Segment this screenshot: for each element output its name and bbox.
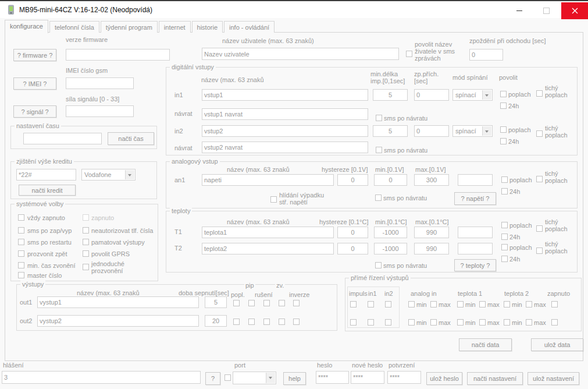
out1-ruseni-checkbox[interactable] [263, 300, 270, 306]
maximize-button[interactable] [533, 2, 560, 19]
in1-sms-return-checkbox[interactable] [376, 115, 382, 121]
always-on-checkbox[interactable] [18, 214, 24, 221]
tab-telefonni-cisla[interactable]: telefonní čísla [49, 21, 99, 33]
t1-poplach-checkbox[interactable] [501, 222, 508, 228]
t1-tichy-poplach-checkbox[interactable] [536, 225, 543, 232]
imei-input[interactable] [66, 77, 134, 89]
t2-poplach-checkbox[interactable] [501, 244, 508, 250]
tab-historie[interactable]: historie [192, 21, 223, 33]
t1-hyst-input[interactable] [337, 227, 368, 238]
direct1-t2-max-checkbox[interactable] [526, 301, 532, 307]
direct1-in2-checkbox[interactable] [385, 301, 391, 307]
out1-name-input[interactable] [37, 296, 199, 308]
firmware-version-input[interactable] [66, 49, 170, 61]
t2-max-input[interactable] [414, 243, 449, 254]
signal-input[interactable] [66, 105, 134, 117]
enable-name-in-sms-checkbox[interactable] [406, 51, 412, 57]
in2-name-input[interactable] [202, 125, 368, 137]
enabled-checkbox[interactable] [83, 214, 89, 221]
an1-24h-checkbox[interactable] [501, 188, 508, 194]
port-checkbox[interactable] [224, 374, 231, 381]
an1-poplach-checkbox[interactable] [501, 176, 508, 183]
an1-tichy-poplach-checkbox[interactable] [536, 176, 543, 182]
save-data-button[interactable]: ulož data [531, 338, 583, 351]
load-data-button[interactable]: načti data [459, 338, 512, 351]
direct1-t1-max-checkbox[interactable] [479, 301, 486, 307]
t2-tichy-poplach-checkbox[interactable] [536, 247, 543, 254]
in1-poplach-checkbox[interactable] [500, 91, 507, 97]
direct2-t2-max-checkbox[interactable] [526, 319, 532, 326]
out1-popl-checkbox[interactable] [233, 300, 240, 306]
confirm-password-input[interactable] [387, 371, 421, 384]
in1-return-name-input[interactable] [202, 108, 368, 120]
user-name-input[interactable] [202, 48, 399, 60]
out1-inverze-checkbox[interactable] [293, 300, 300, 306]
t2-extra-input[interactable] [458, 243, 493, 254]
direct2-in1-checkbox[interactable] [368, 319, 374, 326]
out2-ruseni-checkbox[interactable] [263, 319, 270, 325]
load-time-button[interactable]: načti čas [108, 132, 154, 145]
out2-time-input[interactable] [205, 315, 227, 327]
out2-zv-checkbox[interactable] [279, 319, 285, 325]
direct2-analog-min-checkbox[interactable] [408, 319, 415, 326]
sms-on-off-checkbox[interactable] [18, 227, 24, 234]
close-button[interactable] [561, 2, 588, 19]
enable-gprs-checkbox[interactable] [83, 250, 89, 257]
out1-time-input[interactable] [205, 296, 227, 308]
query-imei-button[interactable]: ? IMEI ? [13, 77, 56, 90]
direct2-analog-max-checkbox[interactable] [430, 319, 437, 326]
query-signal-button[interactable]: ? signál ? [13, 105, 56, 118]
direct2-impuls-checkbox[interactable] [350, 319, 357, 326]
t2-24h-checkbox[interactable] [501, 256, 508, 262]
an1-extra-input[interactable] [458, 174, 493, 186]
chevron-down-icon[interactable] [266, 373, 275, 383]
ac-fail-checkbox[interactable] [270, 196, 277, 203]
in2-24h-checkbox[interactable] [500, 138, 507, 144]
in2-poplach-checkbox[interactable] [500, 126, 507, 133]
query-firmware-button[interactable]: ? firmware ? [13, 49, 56, 61]
direct1-analog-min-checkbox[interactable] [408, 301, 415, 307]
in1-24h-checkbox[interactable] [500, 102, 507, 109]
in1-delay-input[interactable] [414, 89, 449, 101]
t2-min-input[interactable] [374, 243, 407, 254]
master-number-checkbox[interactable] [18, 272, 24, 278]
direct1-zapnuto-checkbox[interactable] [551, 301, 558, 307]
t2-name-input[interactable] [202, 243, 334, 254]
chevron-down-icon[interactable] [482, 90, 491, 100]
t2-hyst-input[interactable] [337, 243, 368, 254]
tab-info-ovladani[interactable]: info - ovládání [224, 21, 275, 33]
in2-delay-input[interactable] [414, 125, 449, 137]
in2-return-name-input[interactable] [202, 142, 368, 153]
unauthorize-numbers-checkbox[interactable] [83, 227, 89, 234]
t1-extra-input[interactable] [458, 227, 493, 238]
direct1-in1-checkbox[interactable] [368, 301, 374, 307]
query-voltage-button[interactable]: ? napětí ? [454, 192, 496, 205]
direct2-t1-min-checkbox[interactable] [457, 319, 464, 326]
save-password-button[interactable]: ulož heslo [426, 372, 462, 385]
time-input[interactable] [23, 133, 102, 144]
credit-code-input[interactable] [16, 169, 76, 181]
in1-name-input[interactable] [202, 89, 368, 101]
ring-back-checkbox[interactable] [18, 250, 24, 257]
an1-hyst-input[interactable] [337, 174, 368, 186]
direct1-t1-min-checkbox[interactable] [457, 301, 464, 307]
in1-minlen-input[interactable] [373, 89, 408, 101]
tab-konfigurace[interactable]: konfigurace [5, 20, 48, 33]
an1-max-input[interactable] [414, 174, 449, 186]
temp-sms-return-checkbox[interactable] [375, 262, 382, 268]
out2-name-input[interactable] [37, 315, 199, 327]
out2-pip-checkbox[interactable] [248, 319, 255, 325]
tab-tydenni-program[interactable]: týdenní program [101, 21, 158, 33]
load-credit-button[interactable]: načti kredit [19, 185, 76, 196]
simple-ring-checkbox[interactable] [83, 264, 89, 270]
direct2-t1-max-checkbox[interactable] [479, 319, 486, 326]
help-button[interactable]: help [283, 372, 306, 385]
in2-sms-return-checkbox[interactable] [376, 147, 382, 153]
operator-select[interactable]: Vodafone [81, 169, 136, 181]
new-password-input[interactable] [351, 371, 384, 384]
direct1-analog-max-checkbox[interactable] [430, 301, 437, 307]
out2-popl-checkbox[interactable] [233, 319, 240, 325]
save-settings-button[interactable]: ulož nastavení [528, 372, 579, 385]
in2-minlen-input[interactable] [373, 125, 408, 137]
out1-zv-checkbox[interactable] [279, 300, 285, 306]
